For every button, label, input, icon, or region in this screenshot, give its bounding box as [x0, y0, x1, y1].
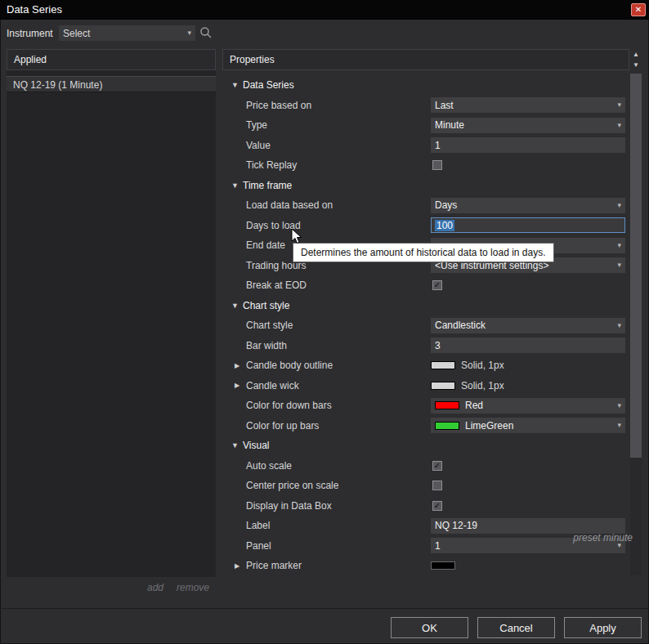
row-label: Label NQ 12-19	[222, 516, 629, 536]
row-chart-style: Chart style Candlestick ▾	[222, 315, 629, 336]
label-input[interactable]: NQ 12-19	[431, 518, 625, 534]
row-auto-scale: Auto scale ✓	[222, 456, 629, 476]
load-data-based-on-select[interactable]: Days ▾	[431, 198, 625, 213]
add-link[interactable]: add	[147, 582, 163, 593]
scrollbar: ▲ ▼	[629, 49, 642, 577]
group-chart-style[interactable]: ▼ Chart style	[222, 296, 629, 316]
selected-text: 100	[435, 220, 454, 231]
row-candle-body-outline[interactable]: ▶ Candle body outline Solid, 1px	[222, 356, 629, 376]
row-color-up-bars: Color for up bars LimeGreen ▾	[222, 416, 629, 436]
line-style-swatch	[431, 361, 455, 369]
apply-button[interactable]: Apply	[564, 617, 642, 638]
auto-scale-checkbox[interactable]: ✓	[432, 461, 442, 471]
collapse-triangle-icon: ▼	[231, 181, 243, 190]
tick-replay-checkbox[interactable]	[432, 160, 442, 170]
chevron-down-icon: ▾	[617, 262, 621, 269]
row-days-to-load: Days to load 100	[222, 216, 629, 236]
scroll-up-button[interactable]: ▲	[629, 49, 642, 60]
color-swatch	[435, 422, 459, 430]
ok-button[interactable]: OK	[391, 617, 468, 638]
row-value: Value 1	[222, 136, 629, 156]
row-price-based-on: Price based on Last ▾	[222, 96, 629, 116]
applied-header: Applied	[7, 49, 216, 70]
chevron-down-icon: ▾	[617, 422, 621, 429]
scroll-down-button[interactable]: ▼	[629, 60, 642, 70]
instrument-label: Instrument	[7, 28, 53, 39]
row-display-in-data-box: Display in Data Box ✓	[222, 496, 629, 517]
chevron-down-icon: ▾	[617, 242, 621, 249]
chevron-down-icon: ▾	[617, 202, 621, 209]
price-based-on-select[interactable]: Last ▾	[431, 97, 625, 113]
scroll-down-icon: ▼	[633, 61, 639, 69]
type-select[interactable]: Minute ▾	[431, 118, 625, 133]
chevron-down-icon: ▾	[617, 322, 621, 329]
chart-style-select[interactable]: Candlestick ▾	[431, 318, 625, 333]
dialog-buttons: OK Cancel Apply	[391, 617, 642, 638]
value-input[interactable]: 1	[431, 137, 625, 153]
row-price-marker[interactable]: ▶ Price marker	[222, 556, 629, 572]
search-icon[interactable]	[199, 26, 213, 39]
applied-panel: Applied NQ 12-19 (1 Minute)	[7, 49, 216, 577]
center-price-checkbox[interactable]	[432, 481, 442, 490]
days-to-load-input[interactable]: 100	[431, 217, 625, 233]
chevron-down-icon: ▾	[617, 101, 621, 109]
chevron-down-icon: ▾	[617, 402, 621, 409]
list-item[interactable]: NQ 12-19 (1 Minute)	[7, 76, 216, 92]
collapse-triangle-icon: ▼	[231, 302, 243, 310]
tooltip: Determines the amount of historical data…	[293, 243, 554, 262]
color-down-bars-select[interactable]: Red ▾	[431, 398, 625, 414]
row-tick-replay: Tick Replay	[222, 155, 629, 176]
break-at-eod-checkbox[interactable]: ✓	[432, 280, 442, 290]
applied-list: NQ 12-19 (1 Minute)	[7, 70, 216, 577]
row-center-price-on-scale: Center price on scale	[222, 476, 629, 496]
color-swatch	[435, 401, 459, 409]
expand-triangle-icon: ▶	[235, 562, 246, 570]
mouse-cursor	[291, 228, 302, 248]
row-type: Type Minute ▾	[222, 115, 629, 136]
line-style-swatch	[431, 382, 455, 390]
instrument-select[interactable]: Select ▾	[59, 25, 195, 41]
row-load-data-based-on: Load data based on Days ▾	[222, 195, 629, 216]
row-bar-width: Bar width 3	[222, 336, 629, 356]
window-title: Data Series	[7, 3, 62, 16]
chevron-down-icon: ▾	[617, 122, 621, 129]
collapse-triangle-icon: ▼	[231, 441, 243, 449]
properties-header: Properties	[222, 49, 629, 70]
scroll-up-icon: ▲	[633, 51, 639, 58]
color-swatch	[431, 561, 455, 570]
cancel-button[interactable]: Cancel	[477, 617, 555, 638]
remove-link[interactable]: remove	[177, 582, 209, 593]
color-up-bars-select[interactable]: LimeGreen ▾	[431, 418, 625, 433]
preset-label[interactable]: preset minute	[573, 532, 633, 543]
bar-width-input[interactable]: 3	[431, 338, 625, 353]
row-break-at-eod: Break at EOD ✓	[222, 275, 629, 296]
applied-actions: add remove	[7, 577, 216, 598]
divider	[0, 608, 649, 609]
expand-triangle-icon: ▶	[235, 362, 246, 369]
properties-panel: Properties ▼ Data Series Price based on …	[222, 49, 642, 577]
row-color-down-bars: Color for down bars Red ▾	[222, 396, 629, 416]
close-icon: ✕	[635, 5, 642, 14]
group-time-frame[interactable]: ▼ Time frame	[222, 176, 629, 196]
scrollbar-thumb[interactable]	[630, 74, 642, 458]
group-data-series[interactable]: ▼ Data Series	[222, 75, 629, 96]
collapse-triangle-icon: ▼	[231, 81, 243, 89]
chevron-down-icon: ▾	[187, 29, 191, 37]
expand-triangle-icon: ▶	[235, 382, 246, 389]
row-candle-wick[interactable]: ▶ Candle wick Solid, 1px	[222, 376, 629, 396]
row-panel: Panel 1 ▾	[222, 536, 629, 557]
display-in-data-box-checkbox[interactable]: ✓	[432, 501, 442, 511]
group-visual[interactable]: ▼ Visual	[222, 436, 629, 456]
properties-rows: ▼ Data Series Price based on Last ▾ Type…	[222, 74, 629, 572]
instrument-select-value: Select	[63, 28, 90, 39]
close-button[interactable]: ✕	[631, 3, 646, 16]
titlebar[interactable]: Data Series	[0, 0, 649, 20]
scrollbar-track[interactable]	[630, 74, 642, 575]
